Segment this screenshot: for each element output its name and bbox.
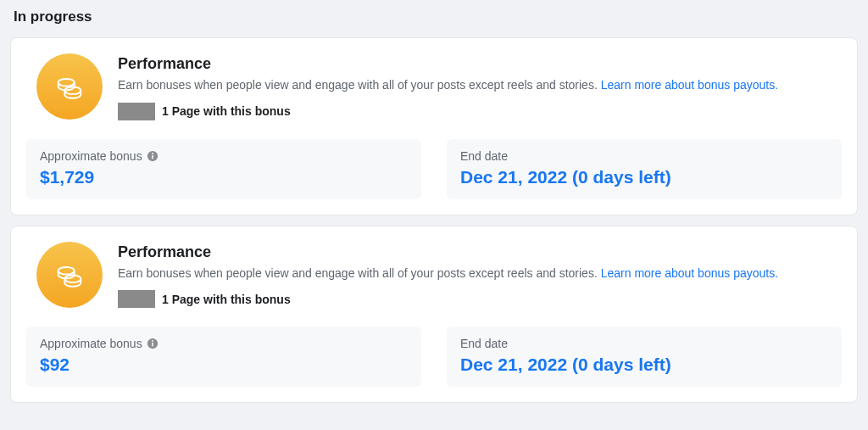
end-date-value: Dec 21, 2022 (0 days left) (460, 167, 828, 187)
section-title: In progress (10, 0, 858, 37)
card-title: Performance (118, 243, 842, 261)
card-header-content: Performance Earn bonuses when people vie… (118, 242, 842, 309)
bonus-card: Performance Earn bonuses when people vie… (10, 37, 858, 215)
approx-bonus-box: Approximate bonus $1,729 (26, 139, 421, 199)
svg-rect-8 (152, 343, 153, 346)
card-subtitle-text: Earn bonuses when people view and engage… (118, 266, 601, 280)
card-header: Performance Earn bonuses when people vie… (11, 38, 857, 132)
card-subtitle: Earn bonuses when people view and engage… (118, 265, 842, 282)
svg-point-9 (152, 340, 153, 342)
svg-point-4 (152, 153, 153, 154)
svg-point-5 (58, 267, 75, 275)
page-count-text: 1 Page with this bonus (162, 293, 291, 306)
bonus-card: Performance Earn bonuses when people vie… (10, 226, 858, 404)
learn-more-link[interactable]: Learn more about bonus payouts. (601, 78, 778, 92)
page-thumbnail (118, 290, 155, 308)
card-header-content: Performance Earn bonuses when people vie… (118, 53, 842, 120)
svg-point-0 (58, 79, 75, 87)
approx-bonus-value: $92 (40, 355, 408, 375)
end-date-box: End date Dec 21, 2022 (0 days left) (447, 139, 842, 199)
info-icon[interactable] (147, 338, 159, 349)
end-date-label: End date (460, 149, 508, 163)
info-icon[interactable] (147, 150, 159, 162)
card-title: Performance (118, 55, 842, 73)
end-date-label: End date (460, 337, 508, 350)
coins-icon (36, 242, 103, 308)
approx-bonus-label: Approximate bonus (40, 149, 142, 163)
page-row: 1 Page with this bonus (118, 290, 842, 308)
svg-rect-3 (152, 155, 153, 159)
card-header: Performance Earn bonuses when people vie… (11, 226, 857, 321)
approx-bonus-value: $1,729 (40, 167, 408, 187)
stats-row: Approximate bonus $1,729 End date Dec 21 (11, 132, 857, 215)
page-count-text: 1 Page with this bonus (162, 104, 291, 118)
page-thumbnail (118, 103, 155, 120)
approx-bonus-box: Approximate bonus $92 (26, 327, 421, 387)
end-date-box: End date Dec 21, 2022 (0 days left) (447, 327, 842, 387)
card-subtitle: Earn bonuses when people view and engage… (118, 77, 842, 94)
card-subtitle-text: Earn bonuses when people view and engage… (118, 78, 601, 92)
stats-row: Approximate bonus $92 End date Dec 21, 2 (11, 320, 857, 402)
page-row: 1 Page with this bonus (118, 103, 842, 120)
end-date-value: Dec 21, 2022 (0 days left) (460, 355, 828, 375)
learn-more-link[interactable]: Learn more about bonus payouts. (601, 266, 778, 280)
coins-icon (36, 53, 103, 120)
approx-bonus-label: Approximate bonus (40, 337, 142, 350)
